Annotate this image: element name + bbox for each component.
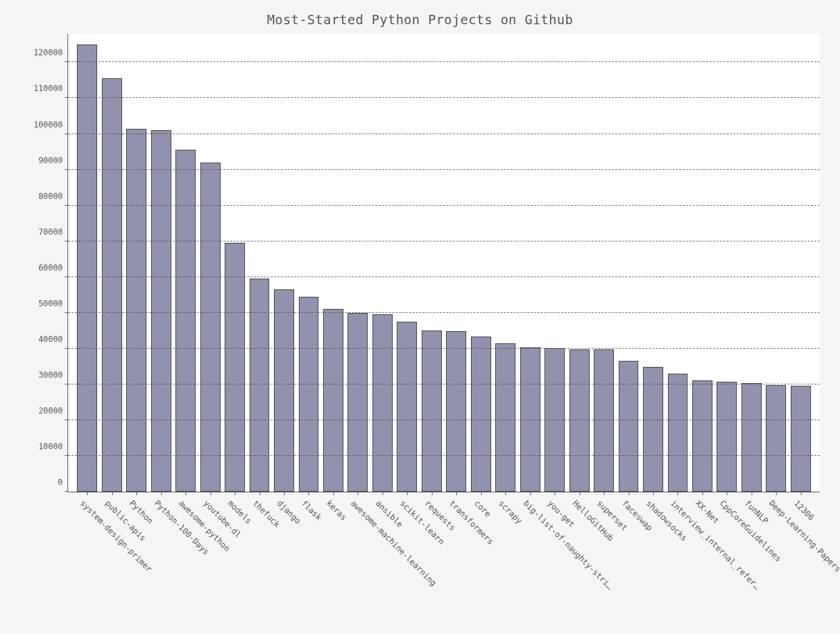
- ytick-label: 110000: [34, 84, 68, 93]
- xtick-label: scrapy: [497, 498, 524, 526]
- ytick-label: 40000: [38, 335, 68, 344]
- bar[interactable]: [151, 130, 171, 492]
- ytick-label: 60000: [38, 263, 68, 272]
- bar-slot: interview_internal_refer…: [665, 34, 690, 492]
- bar[interactable]: [102, 78, 122, 492]
- xtick-mark: [653, 492, 654, 495]
- xtick-mark: [211, 492, 211, 495]
- bar[interactable]: [175, 150, 196, 492]
- xtick-mark: [776, 492, 777, 495]
- bar-slot: system-design-primer: [75, 34, 99, 492]
- xtick-label: core: [472, 498, 493, 519]
- bar-slot: faceswap: [616, 34, 640, 492]
- xtick-label: interview_internal_refer…: [669, 498, 762, 592]
- bar[interactable]: [619, 361, 639, 492]
- bar[interactable]: [668, 374, 688, 492]
- xtick-mark: [161, 492, 162, 495]
- xtick-mark: [260, 492, 260, 495]
- gridline: [68, 61, 820, 62]
- ytick-label: 100000: [34, 120, 68, 129]
- xtick-mark: [432, 492, 432, 495]
- chart-title: Most-Started Python Projects on Github: [0, 0, 840, 34]
- ytick-mark: [65, 455, 68, 456]
- xtick-mark: [136, 492, 137, 495]
- xtick-label: scikit-learn: [398, 498, 446, 546]
- bar-slot: Python-100-Days: [148, 34, 173, 492]
- bar[interactable]: [397, 322, 417, 492]
- ytick-mark: [65, 312, 68, 313]
- xtick-mark: [505, 492, 506, 495]
- bar-slot: Deep-Learning-Papers-Rea…: [764, 34, 788, 492]
- bar-slot: public-apis: [99, 34, 123, 492]
- ytick-mark: [65, 241, 68, 241]
- bar[interactable]: [126, 129, 146, 492]
- xtick-mark: [383, 492, 383, 495]
- xtick-label: keras: [325, 498, 348, 522]
- xtick-mark: [112, 492, 113, 495]
- ytick-mark: [65, 348, 68, 349]
- bar[interactable]: [250, 279, 270, 492]
- ytick-label: 90000: [38, 156, 68, 165]
- gridline: [68, 134, 820, 134]
- plot-area: system-design-primerpublic-apisPythonPyt…: [67, 34, 820, 492]
- bar-slot: shadowsocks: [641, 34, 665, 492]
- bar[interactable]: [422, 330, 442, 492]
- xtick-mark: [752, 492, 752, 495]
- bar[interactable]: [791, 386, 811, 492]
- bar-slot: awesome-python: [173, 34, 198, 492]
- bars-container: system-design-primerpublic-apisPythonPyt…: [68, 34, 820, 492]
- xtick-mark: [481, 492, 482, 495]
- bar[interactable]: [299, 297, 319, 492]
- bar[interactable]: [372, 314, 393, 492]
- ytick-mark: [65, 134, 68, 134]
- chart-container: system-design-primerpublic-apisPythonPyt…: [20, 34, 820, 492]
- bar[interactable]: [471, 337, 491, 492]
- gridline: [68, 420, 820, 420]
- ytick-label: 20000: [38, 406, 68, 415]
- bar-slot: awesome-machine-learning: [345, 34, 370, 492]
- ytick-label: 50000: [38, 299, 68, 308]
- bar-slot: transformers: [444, 34, 468, 492]
- bar[interactable]: [692, 380, 712, 492]
- xtick-label: big-list-of-naughty-stri…: [522, 498, 615, 592]
- gridline: [68, 455, 820, 456]
- bar[interactable]: [643, 367, 663, 492]
- bar-slot: requests: [420, 34, 444, 492]
- bar-slot: ansible: [370, 34, 395, 492]
- xtick-mark: [456, 492, 457, 495]
- bar[interactable]: [77, 45, 97, 492]
- xtick-label: transformers: [447, 498, 495, 546]
- ytick-label: 30000: [38, 370, 68, 380]
- bar[interactable]: [200, 163, 221, 492]
- xtick-mark: [530, 492, 531, 495]
- xtick-mark: [186, 492, 186, 495]
- ytick-label: 80000: [38, 192, 68, 201]
- bar[interactable]: [766, 385, 786, 492]
- ytick-mark: [65, 97, 68, 98]
- bar[interactable]: [323, 309, 343, 492]
- bar[interactable]: [274, 289, 294, 492]
- xtick-mark: [727, 492, 727, 495]
- xtick-mark: [702, 492, 703, 495]
- xtick-mark: [407, 492, 408, 495]
- ytick-mark: [65, 420, 68, 420]
- gridline: [68, 348, 820, 349]
- bar[interactable]: [495, 343, 515, 492]
- bar-slot: funNLP: [739, 34, 764, 492]
- bar[interactable]: [741, 383, 762, 492]
- bar[interactable]: [446, 331, 466, 492]
- bar-slot: thefuck: [247, 34, 271, 492]
- xtick-mark: [358, 492, 358, 495]
- bar[interactable]: [569, 349, 590, 492]
- xtick-mark: [604, 492, 605, 495]
- gridline: [68, 312, 820, 313]
- bar-slot: XX-Net: [690, 34, 715, 492]
- bar[interactable]: [717, 382, 737, 492]
- bar-slot: Python: [124, 34, 148, 492]
- bar[interactable]: [594, 349, 614, 492]
- ytick-label: 0: [58, 478, 68, 487]
- bar-slot: CppCoreGuidelines: [715, 34, 739, 492]
- bar[interactable]: [347, 313, 368, 492]
- bar[interactable]: [225, 243, 245, 492]
- xtick-label: 12306: [792, 498, 816, 522]
